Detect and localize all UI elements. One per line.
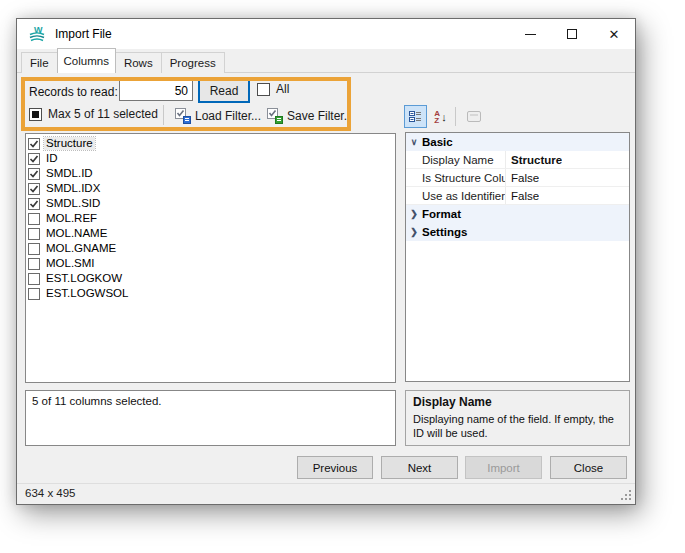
columns-list: Structure ID SMDL.ID SMDL.IDX SMDL.SID M…	[25, 133, 396, 383]
categorized-view-button[interactable]	[404, 105, 427, 128]
tab-strip: File Columns Rows Progress	[21, 48, 224, 73]
load-filter-button[interactable]: Load Filter...	[175, 106, 261, 125]
list-item[interactable]: EST.LOGKOW	[26, 271, 395, 286]
list-item[interactable]: SMDL.SID	[26, 196, 395, 211]
sort-az-icon: AZ	[434, 110, 440, 124]
screen: W Import File ✕ File Columns Rows Progre…	[0, 0, 685, 553]
close-dialog-button[interactable]: Close	[550, 456, 627, 479]
checkbox-checked-icon[interactable]	[28, 183, 40, 195]
column-label: EST.LOGWSOL	[44, 287, 130, 300]
checkbox-checked-icon[interactable]	[28, 198, 40, 210]
app-logo-icon: W	[28, 25, 46, 43]
sort-arrow-icon: ↓	[441, 111, 447, 123]
selection-summary-text: 5 of 11 columns selected.	[32, 395, 162, 407]
titlebar[interactable]: W Import File ✕	[17, 19, 635, 49]
column-label: SMDL.ID	[44, 167, 95, 180]
list-item[interactable]: MOL.REF	[26, 211, 395, 226]
status-bar: 634 x 495	[17, 483, 635, 504]
chevron-right-icon[interactable]: ❯	[406, 227, 422, 237]
description-title: Display Name	[413, 395, 622, 409]
list-item[interactable]: SMDL.IDX	[26, 181, 395, 196]
property-row[interactable]: Use as Identifier False	[406, 187, 629, 205]
category-row-basic[interactable]: ∨ Basic	[406, 133, 629, 151]
checkbox-unchecked-icon[interactable]	[28, 258, 40, 270]
property-name: Display Name	[422, 151, 506, 168]
previous-button[interactable]: Previous	[297, 456, 373, 479]
read-button[interactable]: Read	[198, 79, 250, 103]
tab-columns[interactable]: Columns	[57, 48, 116, 73]
load-filter-label: Load Filter...	[195, 109, 261, 123]
save-filter-button[interactable]: Save Filter...	[267, 106, 348, 125]
checkbox-checked-icon[interactable]	[28, 168, 40, 180]
property-name: Use as Identifier	[422, 187, 506, 204]
save-filter-label: Save Filter...	[287, 109, 348, 123]
checkbox-unchecked-icon[interactable]	[28, 213, 40, 225]
import-button: Import	[465, 456, 542, 479]
property-pages-button	[462, 105, 485, 128]
indeterminate-icon	[32, 111, 39, 118]
list-item[interactable]: ID	[26, 151, 395, 166]
close-button[interactable]: ✕	[593, 19, 635, 49]
column-label: MOL.SMI	[44, 257, 97, 270]
alphabetical-sort-button[interactable]: AZ ↓	[429, 105, 452, 128]
toolbar-separator	[163, 105, 164, 125]
category-row-settings[interactable]: ❯ Settings	[406, 223, 629, 241]
import-file-dialog: W Import File ✕ File Columns Rows Progre…	[16, 18, 636, 505]
checkbox-unchecked-icon[interactable]	[28, 288, 40, 300]
property-description-box: Display Name Displaying name of the fiel…	[405, 390, 630, 446]
property-row[interactable]: Is Structure Column False	[406, 169, 629, 187]
window-title: Import File	[55, 27, 112, 41]
all-checkbox-box[interactable]	[257, 83, 270, 96]
next-button[interactable]: Next	[381, 456, 458, 479]
property-value[interactable]: False	[506, 190, 539, 202]
property-value[interactable]: False	[506, 172, 539, 184]
chevron-down-icon[interactable]: ∨	[406, 137, 422, 147]
checkbox-unchecked-icon[interactable]	[28, 243, 40, 255]
category-row-format[interactable]: ❯ Format	[406, 205, 629, 223]
maximize-button[interactable]	[551, 19, 593, 49]
all-checkbox[interactable]: All	[257, 82, 289, 96]
max-selected-checkbox[interactable]: Max 5 of 11 selected	[29, 107, 158, 121]
maximize-icon	[567, 29, 577, 39]
column-label: SMDL.SID	[44, 197, 102, 210]
save-filter-icon	[267, 108, 283, 124]
list-item[interactable]: SMDL.ID	[26, 166, 395, 181]
tab-rows[interactable]: Rows	[115, 52, 162, 73]
property-row[interactable]: Display Name Structure	[406, 151, 629, 169]
property-name: Is Structure Column	[422, 169, 506, 186]
chevron-right-icon[interactable]: ❯	[406, 209, 422, 219]
column-label: SMDL.IDX	[44, 182, 102, 195]
selection-summary-box: 5 of 11 columns selected.	[25, 390, 396, 446]
column-label: EST.LOGKOW	[44, 272, 124, 285]
checkbox-unchecked-icon[interactable]	[28, 228, 40, 240]
list-item[interactable]: MOL.NAME	[26, 226, 395, 241]
list-item[interactable]: MOL.GNAME	[26, 241, 395, 256]
minimize-button[interactable]	[509, 19, 551, 49]
list-item[interactable]: MOL.SMI	[26, 256, 395, 271]
checkbox-checked-icon[interactable]	[28, 153, 40, 165]
property-pages-icon	[467, 111, 481, 122]
records-to-read-label: Records to read:	[29, 85, 118, 99]
property-value[interactable]: Structure	[506, 154, 562, 166]
close-icon: ✕	[609, 28, 620, 41]
resize-grip-icon[interactable]	[621, 490, 632, 501]
load-filter-icon	[175, 108, 191, 124]
column-label: ID	[44, 152, 60, 165]
list-item[interactable]: Structure	[26, 136, 395, 151]
checkbox-unchecked-icon[interactable]	[28, 273, 40, 285]
checkbox-checked-icon[interactable]	[28, 138, 40, 150]
list-item[interactable]: EST.LOGWSOL	[26, 286, 395, 301]
column-label: MOL.GNAME	[44, 242, 118, 255]
column-label: MOL.NAME	[44, 227, 109, 240]
records-to-read-input[interactable]	[119, 80, 193, 101]
column-label: MOL.REF	[44, 212, 99, 225]
tab-progress[interactable]: Progress	[161, 52, 225, 73]
category-label: Settings	[422, 226, 467, 238]
description-body: Displaying name of the field. If empty, …	[413, 412, 622, 441]
toolbar-separator	[455, 107, 456, 126]
category-label: Basic	[422, 136, 453, 148]
max-selected-checkbox-box[interactable]	[29, 108, 42, 121]
category-label: Format	[422, 208, 461, 220]
max-selected-label: Max 5 of 11 selected	[48, 107, 158, 121]
tab-file[interactable]: File	[21, 52, 58, 73]
